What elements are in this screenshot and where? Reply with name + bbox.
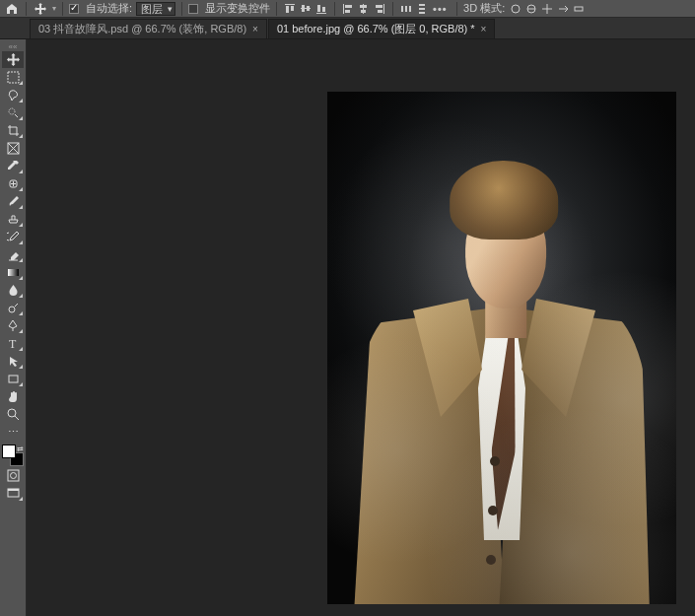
document-image[interactable] [327,92,676,604]
align-group-h [283,2,328,16]
svg-rect-39 [8,489,19,491]
svg-rect-0 [285,4,295,5]
svg-rect-20 [409,6,411,12]
zoom-tool[interactable] [2,406,24,423]
pen-tool[interactable] [2,317,24,334]
show-transform-label: 显示变换控件 [205,1,270,16]
image-content [354,131,650,604]
svg-rect-23 [419,12,425,14]
rectangle-tool[interactable] [2,371,24,387]
color-swatches[interactable]: ⇄ [2,445,24,466]
eyedropper-tool[interactable] [2,158,24,174]
brush-tool[interactable] [2,193,24,210]
document-tab[interactable]: 01 before.jpg @ 66.7% (图层 0, RGB/8) * × [268,19,496,38]
distribute-h-icon[interactable] [399,2,413,16]
svg-rect-5 [307,6,310,11]
svg-rect-14 [361,10,366,13]
svg-point-28 [9,108,15,114]
svg-point-35 [8,409,16,417]
svg-point-32 [9,307,15,312]
svg-rect-4 [302,5,305,12]
change-screen-mode[interactable] [2,485,24,502]
svg-rect-16 [376,5,382,8]
svg-point-24 [512,5,520,13]
more-options-icon[interactable]: ••• [433,3,451,15]
tab-title: 03 抖音故障风.psd @ 66.7% (装饰, RGB/8) [38,22,246,36]
crop-tool[interactable] [2,122,24,139]
align-right-icon[interactable] [373,2,386,16]
hand-tool[interactable] [2,388,24,405]
dodge-tool[interactable] [2,300,24,316]
frame-tool[interactable] [2,140,24,157]
document-tab[interactable]: 03 抖音故障风.psd @ 66.7% (装饰, RGB/8) × [30,19,267,38]
3d-orbit-icon[interactable] [509,2,522,16]
3d-scale-icon[interactable] [572,2,586,16]
distribute-v-icon[interactable] [415,2,429,16]
close-icon[interactable]: × [252,24,258,34]
marquee-tool[interactable] [2,69,24,86]
align-hcenter-icon[interactable] [357,2,371,16]
3d-roll-icon[interactable] [524,2,538,16]
3d-slide-icon[interactable] [556,2,570,16]
svg-rect-22 [419,8,425,10]
type-tool[interactable]: T [2,335,24,352]
align-top-icon[interactable] [283,2,297,16]
history-brush-tool[interactable] [2,229,24,245]
svg-rect-1 [286,6,289,13]
document-tab-bar: 03 抖音故障风.psd @ 66.7% (装饰, RGB/8) × 01 be… [0,18,695,39]
eraser-tool[interactable] [2,246,24,263]
svg-rect-17 [378,10,382,13]
home-icon[interactable] [4,1,20,17]
align-left-icon[interactable] [341,2,355,16]
show-transform-checkbox[interactable] [188,4,198,14]
gradient-tool[interactable] [2,264,24,281]
healing-brush-tool[interactable] [2,175,24,192]
move-tool-icon[interactable] [33,1,48,17]
svg-rect-36 [8,470,19,481]
svg-point-37 [10,473,16,479]
svg-rect-13 [360,5,367,8]
auto-select-label: 自动选择: [86,1,132,16]
mode-3d-label: 3D 模式: [463,1,505,16]
mode-3d-group [509,2,586,16]
distribute-group [399,2,429,16]
svg-rect-10 [345,5,352,8]
svg-rect-15 [383,4,384,14]
path-select-tool[interactable] [2,353,24,370]
svg-rect-31 [8,269,19,276]
quick-mask-tool[interactable] [2,467,24,484]
svg-rect-9 [343,4,344,14]
svg-text:T: T [9,337,17,350]
align-bottom-icon[interactable] [314,2,328,16]
svg-rect-7 [317,5,320,12]
3d-pan-icon[interactable] [540,2,554,16]
close-icon[interactable]: × [481,24,487,34]
align-vcenter-icon[interactable] [299,2,313,16]
svg-rect-19 [405,6,407,12]
svg-rect-6 [316,13,326,14]
svg-rect-34 [9,376,18,382]
svg-rect-8 [322,7,325,12]
tool-panel: «« T ⋯ ⇄ [0,39,27,616]
svg-rect-11 [345,10,350,13]
swap-colors-icon[interactable]: ⇄ [17,445,24,453]
auto-select-target-dropdown[interactable]: 图层 [136,2,175,16]
canvas-area[interactable] [27,39,695,616]
edit-toolbar[interactable]: ⋯ [2,424,24,441]
svg-rect-2 [291,6,294,11]
foreground-swatch[interactable] [2,445,16,458]
clone-stamp-tool[interactable] [2,211,24,228]
lasso-tool[interactable] [2,87,24,103]
svg-rect-27 [8,72,19,83]
auto-select-checkbox[interactable] [69,4,79,14]
blur-tool[interactable] [2,282,24,299]
options-bar: ▾ 自动选择: 图层 显示变换控件 ••• 3D 模式: [0,0,695,18]
svg-rect-21 [419,4,425,6]
tab-title: 01 before.jpg @ 66.7% (图层 0, RGB/8) * [277,22,475,36]
move-tool[interactable] [2,51,24,68]
quick-select-tool[interactable] [2,104,24,121]
align-group-v [341,2,386,16]
collapse-handle-icon[interactable]: «« [2,42,24,50]
svg-rect-18 [401,6,403,12]
svg-rect-26 [575,7,583,11]
